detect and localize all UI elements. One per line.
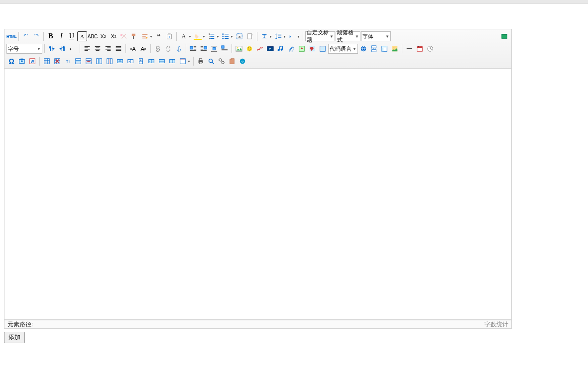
rtl-icon[interactable] [57,44,67,54]
font-family-select[interactable]: 字体▼ [361,31,391,41]
split-cols-icon[interactable] [167,56,177,66]
dropdown-arrow-icon[interactable]: ▼ [149,31,153,41]
template-icon[interactable] [379,44,389,54]
merge-right-icon[interactable] [125,56,135,66]
insert-col-icon[interactable] [94,56,104,66]
align-right-icon[interactable] [103,44,113,54]
webapp-icon[interactable] [358,44,368,54]
format-match-icon[interactable] [129,31,139,41]
clear-doc-icon[interactable] [245,31,255,41]
tolowercase-icon[interactable]: Aa [138,44,148,54]
horizontal-rule-icon[interactable] [404,44,414,54]
snapscreen-icon[interactable] [17,56,27,66]
fontborder-icon[interactable]: A [77,31,87,41]
print-icon[interactable] [196,56,206,66]
touppercase-icon[interactable]: aA [128,44,138,54]
dropdown-arrow-icon[interactable]: ▼ [188,31,192,41]
image-none-icon[interactable] [220,44,230,54]
image-left-icon[interactable] [188,44,198,54]
strikethrough-icon[interactable]: ABC [88,31,98,41]
align-left-icon[interactable] [82,44,92,54]
unordered-list-icon[interactable] [221,31,231,41]
svg-rect-13 [237,34,242,39]
insert-row-icon[interactable] [73,56,83,66]
drafts-icon[interactable] [227,56,237,66]
dropdown-arrow-icon[interactable]: ▼ [297,31,301,41]
fullscreen-icon[interactable] [499,31,509,41]
align-justify-icon[interactable] [114,44,123,54]
ordered-list-icon[interactable]: 123 [207,31,217,41]
undo-icon[interactable] [21,31,31,41]
delete-table-icon[interactable] [52,56,62,66]
outdent-icon[interactable] [68,44,78,54]
split-rows-icon[interactable] [157,56,167,66]
special-char-icon[interactable]: Ω [6,56,16,66]
dropdown-arrow-icon[interactable]: ▼ [283,31,287,41]
ltr-icon[interactable] [47,44,57,54]
dropdown-arrow-icon[interactable]: ▼ [202,31,206,41]
underline-icon[interactable]: U [67,31,77,41]
indent-icon[interactable] [287,31,297,41]
emoticon-icon[interactable] [244,44,254,54]
separator [176,32,177,41]
insert-video-icon[interactable] [265,44,275,54]
dropdown-arrow-icon[interactable]: ▼ [269,31,273,41]
editor-content-area[interactable] [4,69,512,320]
merge-down-icon[interactable] [136,56,146,66]
delete-row-icon[interactable] [84,56,94,66]
source-html-button[interactable]: HTML [6,31,16,41]
delete-col-icon[interactable] [105,56,115,66]
remove-format-icon[interactable] [119,31,129,41]
row-spacing-icon[interactable] [259,31,269,41]
time-icon[interactable] [425,44,435,54]
custom-title-select[interactable]: 自定义标题▼ [305,31,335,41]
attachment-icon[interactable] [286,44,296,54]
image-center-icon[interactable] [209,44,219,54]
search-replace-icon[interactable] [217,56,227,66]
dropdown-arrow-icon[interactable]: ▼ [187,56,191,66]
backcolor-icon[interactable] [193,31,203,41]
help-icon[interactable]: ? [237,56,247,66]
gmap-icon[interactable] [307,44,317,54]
insert-frame-icon[interactable] [318,44,328,54]
word-count-label[interactable]: 字数统计 [484,320,508,329]
merge-cells-icon[interactable] [115,56,125,66]
background-icon[interactable] [390,44,400,54]
link-icon[interactable] [153,44,163,54]
auto-typeset-icon[interactable] [140,31,150,41]
forecolor-icon[interactable]: A [179,31,189,41]
preview-icon[interactable] [206,56,216,66]
select-all-icon[interactable]: a [235,31,244,41]
align-center-icon[interactable] [93,44,103,54]
dropdown-arrow-icon[interactable]: ▼ [230,31,234,41]
paragraph-format-select[interactable]: 段落格式▼ [336,31,360,41]
svg-rect-51 [55,59,60,64]
add-button[interactable]: 添加 [4,332,25,343]
date-icon[interactable] [415,44,425,54]
italic-icon[interactable]: I [56,31,66,41]
split-cells-icon[interactable] [146,56,156,66]
music-icon[interactable] [276,44,286,54]
superscript-icon[interactable]: X2 [98,31,108,41]
insert-paragraph-before-icon[interactable]: T↑ [63,56,73,66]
wordimage-icon[interactable]: W [27,56,37,66]
line-height-icon[interactable] [273,31,283,41]
scrawl-icon[interactable] [255,44,265,54]
delete-caption-icon[interactable] [178,56,188,66]
font-size-select[interactable]: 字号▼ [6,44,42,54]
svg-rect-38 [382,46,387,48]
anchor-icon[interactable] [174,44,184,54]
blockquote-icon[interactable]: ❝ [154,31,164,41]
pagebreak-icon[interactable] [369,44,379,54]
map-icon[interactable] [297,44,307,54]
redo-icon[interactable] [31,31,41,41]
image-right-icon[interactable] [199,44,209,54]
unlink-icon[interactable] [163,44,173,54]
bold-icon[interactable]: B [46,31,56,41]
paste-plain-icon[interactable]: T [164,31,174,41]
insert-table-icon[interactable] [42,56,52,66]
code-language-select[interactable]: 代码语言▼ [328,44,358,54]
dropdown-arrow-icon[interactable]: ▼ [216,31,220,41]
insert-image-icon[interactable] [234,44,244,54]
subscript-icon[interactable]: X2 [109,31,118,41]
